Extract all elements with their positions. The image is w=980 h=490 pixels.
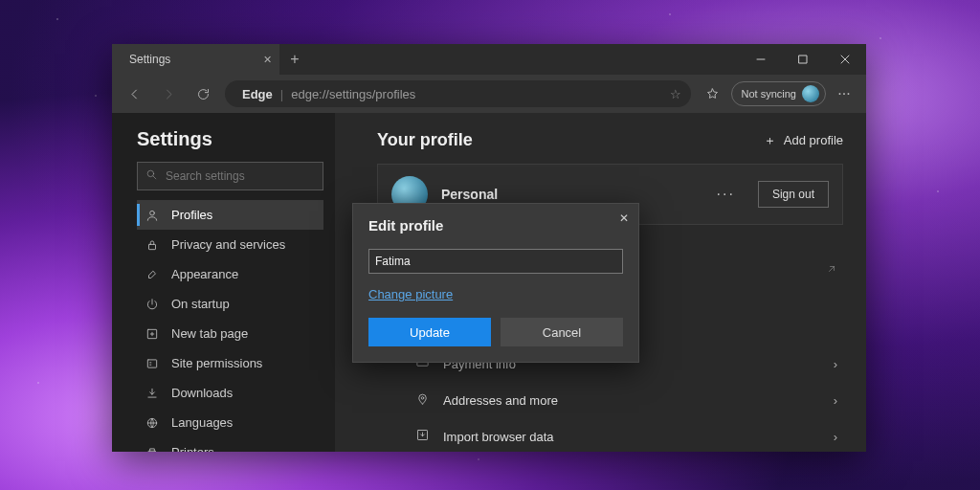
search-icon [145, 167, 158, 185]
svg-rect-1 [799, 56, 807, 63]
profile-name: Personal [441, 187, 498, 202]
more-button[interactable]: ··· [828, 78, 860, 109]
sidebar-item-profiles[interactable]: Profiles [137, 200, 323, 230]
minimize-button[interactable] [740, 44, 782, 75]
power-icon [145, 298, 160, 311]
import-icon [415, 428, 430, 445]
tab-close-icon[interactable]: ✕ [263, 54, 272, 66]
svg-point-4 [150, 211, 155, 215]
forward-button[interactable] [152, 78, 185, 109]
settings-sidebar: Settings ProfilesPrivacy and servicesApp… [112, 113, 335, 452]
lock-icon [145, 238, 160, 252]
settings-row-addresses-and-more[interactable]: Addresses and more› [415, 382, 843, 418]
printer-icon [145, 446, 160, 453]
cancel-button[interactable]: Cancel [501, 318, 623, 346]
sidebar-item-languages[interactable]: Languages [137, 408, 323, 437]
profile-more-button[interactable]: ··· [717, 186, 735, 203]
search-input[interactable] [166, 169, 315, 183]
plus-icon: ＋ [764, 132, 776, 149]
download-icon [145, 387, 160, 400]
toolbar: Edge | edge://settings/profiles ☆ Not sy… [112, 75, 866, 113]
sidebar-item-on-startup[interactable]: On startup [137, 289, 323, 319]
favorites-button[interactable] [697, 78, 729, 109]
back-button[interactable] [118, 78, 150, 109]
chevron-right-icon: › [834, 393, 837, 408]
chevron-right-icon: › [834, 357, 837, 371]
dialog-close-button[interactable]: ✕ [619, 212, 629, 225]
favorite-icon[interactable]: ☆ [670, 87, 681, 101]
browser-window: Settings ✕ + Edge | edge://settings/prof… [112, 44, 866, 452]
svg-point-3 [147, 170, 154, 177]
new-tab-button[interactable]: + [279, 44, 310, 75]
pin-icon [415, 391, 430, 409]
external-link-icon [826, 263, 837, 278]
omnibox-brand: Edge [242, 87, 273, 101]
globe-icon [145, 416, 160, 430]
sidebar-item-downloads[interactable]: Downloads [137, 378, 323, 408]
brush-icon [145, 268, 160, 281]
search-settings[interactable] [137, 162, 323, 190]
tab-title: Settings [129, 53, 170, 66]
svg-rect-5 [149, 244, 156, 249]
page-heading: Your profile [377, 130, 473, 150]
svg-point-12 [421, 397, 424, 400]
sidebar-title: Settings [137, 128, 323, 150]
add-profile-button[interactable]: ＋ Add profile [764, 132, 843, 149]
sidebar-item-new-tab-page[interactable]: New tab page [137, 319, 323, 348]
profile-name-input[interactable] [368, 249, 623, 274]
settings-row-import-browser-data[interactable]: Import browser data› [415, 418, 843, 452]
change-picture-link[interactable]: Change picture [368, 287, 453, 301]
newtab-icon [145, 327, 160, 341]
browser-tab[interactable]: Settings ✕ [112, 44, 279, 75]
close-button[interactable] [824, 44, 866, 75]
sidebar-item-appearance[interactable]: Appearance [137, 259, 323, 289]
window-controls [740, 44, 866, 75]
sidebar-item-site-permissions[interactable]: Site permissions [137, 348, 323, 378]
maximize-button[interactable] [782, 44, 824, 75]
chevron-right-icon: › [834, 430, 837, 444]
address-bar[interactable]: Edge | edge://settings/profiles ☆ [225, 80, 691, 107]
sidebar-item-privacy-and-services[interactable]: Privacy and services [137, 230, 323, 259]
shield-icon [145, 357, 160, 370]
sign-out-button[interactable]: Sign out [758, 181, 829, 208]
svg-rect-7 [147, 359, 156, 367]
edit-profile-dialog: ✕ Edit profile Change picture Update Can… [352, 203, 639, 363]
sync-label: Not syncing [742, 88, 796, 100]
update-button[interactable]: Update [368, 318, 491, 346]
dialog-title: Edit profile [368, 217, 623, 234]
sidebar-item-printers[interactable]: Printers [137, 437, 323, 452]
person-icon [145, 209, 160, 222]
sync-status-pill[interactable]: Not syncing [731, 81, 826, 106]
avatar-icon [802, 85, 819, 102]
titlebar: Settings ✕ + [112, 44, 866, 75]
refresh-button[interactable] [187, 78, 219, 109]
